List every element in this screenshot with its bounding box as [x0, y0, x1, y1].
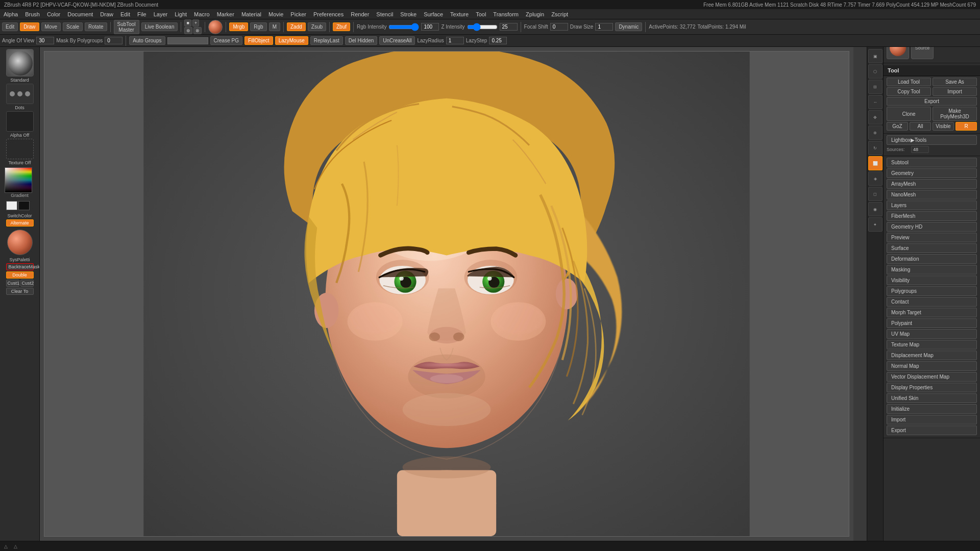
si-solo[interactable]: ◉ [868, 202, 883, 216]
menu-marker[interactable]: Marker [215, 11, 236, 17]
menu-macro[interactable]: Macro [192, 11, 211, 17]
crease-pg-btn[interactable]: Crease PG [210, 36, 242, 45]
alpha-off-item[interactable]: Alpha Off [5, 111, 35, 138]
icon-btn-2[interactable]: + [192, 19, 199, 27]
si-rotate[interactable]: ↻ [868, 141, 883, 155]
scale-btn[interactable]: Scale [63, 22, 83, 31]
zadd-btn[interactable]: Zadd [287, 22, 306, 31]
color-swatch[interactable] [208, 20, 223, 34]
save-as-btn[interactable]: Save As [933, 78, 977, 86]
arraymesh-btn[interactable]: ArrayMesh [887, 179, 977, 189]
menu-brush[interactable]: Brush [23, 11, 41, 17]
si-new[interactable]: ▣ [868, 49, 883, 63]
auto-groups-btn[interactable]: Auto Groups [129, 36, 165, 45]
vector-displacement-map-btn[interactable]: Vector Displacement Map [887, 372, 977, 382]
polypaint-btn[interactable]: Polypaint [887, 318, 977, 328]
menu-surface[interactable]: Surface [422, 11, 445, 17]
m-btn[interactable]: M [269, 22, 280, 31]
contact-btn[interactable]: Contact [887, 297, 977, 307]
geometry-hd-btn[interactable]: Geometry HD [887, 222, 977, 232]
layers-btn[interactable]: Layers [887, 201, 977, 210]
deformation-btn[interactable]: Deformation [887, 254, 977, 264]
menu-alpha[interactable]: Alpha [2, 11, 19, 17]
menu-draw[interactable]: Draw [99, 11, 115, 17]
zbuf-btn[interactable]: Zbuf [333, 22, 350, 31]
zsub-btn[interactable]: Zsub [308, 22, 326, 31]
si-polyf[interactable]: ⬜ [868, 156, 883, 170]
subtool-master-btn[interactable]: SubToolMaster [114, 20, 139, 34]
export2-btn[interactable]: Export [887, 425, 977, 435]
live-boolean-btn[interactable]: Live Boolean [141, 22, 178, 31]
si-persp[interactable]: ⬡ [868, 64, 883, 79]
si-ghost[interactable]: ◻ [868, 187, 883, 201]
z-intensity-slider[interactable] [467, 23, 498, 31]
menu-picker[interactable]: Picker [289, 11, 308, 17]
fibermesh-btn[interactable]: FiberMesh [887, 211, 977, 221]
color-square[interactable] [5, 167, 32, 193]
double-btn[interactable]: Double [6, 271, 34, 279]
menu-document[interactable]: Document [66, 11, 94, 17]
rotate-btn[interactable]: Rotate [85, 22, 107, 31]
del-hidden-btn[interactable]: Del Hidden [345, 36, 377, 45]
nanomesh-btn[interactable]: NanoMesh [887, 190, 977, 199]
surface-btn[interactable]: Surface [887, 243, 977, 253]
menu-texture[interactable]: Texture [449, 11, 470, 17]
menu-layer[interactable]: Layer [152, 11, 169, 17]
morph-target-btn[interactable]: Morph Target [887, 308, 977, 317]
menu-material[interactable]: Material [240, 11, 263, 17]
import2-btn[interactable]: Import [887, 415, 977, 424]
normal-map-btn[interactable]: Normal Map [887, 361, 977, 371]
color-picker-area[interactable]: Gradient [5, 167, 35, 198]
menu-preferences[interactable]: Preferences [312, 11, 345, 17]
cust2-btn[interactable]: Cust2 [20, 280, 34, 287]
menu-transform[interactable]: Transform [492, 11, 520, 17]
material-preview[interactable] [7, 230, 33, 255]
si-floor[interactable]: ⊟ [868, 80, 883, 94]
make-polymesh-btn[interactable]: Make PolyMesh3D [933, 107, 977, 121]
icon-btn-4[interactable]: ⊗ [193, 27, 202, 34]
texture-off-item[interactable]: Texture Off [5, 139, 35, 165]
un-crease-all-btn[interactable]: UnCreaseAll [379, 36, 415, 45]
load-tool-btn[interactable]: Load Tool [887, 78, 931, 86]
goz-btn[interactable]: GoZ [887, 122, 908, 131]
si-zoom[interactable]: ⊕ [868, 126, 883, 140]
move-btn[interactable]: Move [41, 22, 61, 31]
unified-skin-btn[interactable]: Unified Skin [887, 393, 977, 403]
draw-btn[interactable]: Draw [20, 22, 39, 31]
tool-header[interactable]: Tool [884, 65, 980, 76]
geometry-btn[interactable]: Geometry [887, 168, 977, 178]
black-swatch[interactable] [18, 201, 30, 210]
import-btn[interactable]: Import [933, 87, 977, 96]
initialize-btn[interactable]: Initialize [887, 404, 977, 414]
menu-render[interactable]: Render [349, 11, 371, 17]
si-xpose[interactable]: ✦ [868, 217, 883, 232]
displacement-map-btn[interactable]: Displacement Map [887, 350, 977, 360]
texture-map-btn[interactable]: Texture Map [887, 340, 977, 349]
visibility-btn[interactable]: Visibility [887, 276, 977, 285]
dynamic-btn[interactable]: Dynamic [615, 22, 642, 31]
r-btn[interactable]: R [955, 122, 977, 131]
rgb-intensity-slider[interactable] [388, 23, 419, 31]
masking-btn[interactable]: Masking [887, 265, 977, 274]
menu-zplugin[interactable]: Zplugin [524, 11, 546, 17]
canvas-area[interactable] [40, 47, 853, 541]
si-lsym[interactable]: ↔ [868, 95, 883, 109]
dots-preview-item[interactable]: Dots [5, 84, 35, 110]
menu-stroke[interactable]: Stroke [399, 11, 418, 17]
uv-map-btn[interactable]: UV Map [887, 329, 977, 339]
menu-edit[interactable]: Edit [119, 11, 132, 17]
menu-light[interactable]: Light [173, 11, 188, 17]
white-swatch[interactable] [6, 201, 17, 210]
preview-btn[interactable]: Preview [887, 233, 977, 242]
clear-to-btn[interactable]: Clear To [6, 288, 34, 295]
lightbox-tools-btn[interactable]: Lightbox▶Tools [887, 135, 977, 145]
subtool-btn[interactable]: Subtool [887, 158, 977, 167]
icon-btn-1[interactable]: ■ [184, 19, 191, 27]
menu-file[interactable]: File [136, 11, 148, 17]
copy-tool-btn[interactable]: Copy Tool [887, 87, 931, 96]
cust1-btn[interactable]: Cust1 [6, 280, 19, 287]
replay-last-btn[interactable]: ReplayLast [310, 36, 343, 45]
backtrace-mask-btn[interactable]: BacktraceMask [6, 263, 34, 270]
visible-btn[interactable]: Visible [933, 122, 954, 131]
export-btn[interactable]: Export [887, 97, 977, 106]
